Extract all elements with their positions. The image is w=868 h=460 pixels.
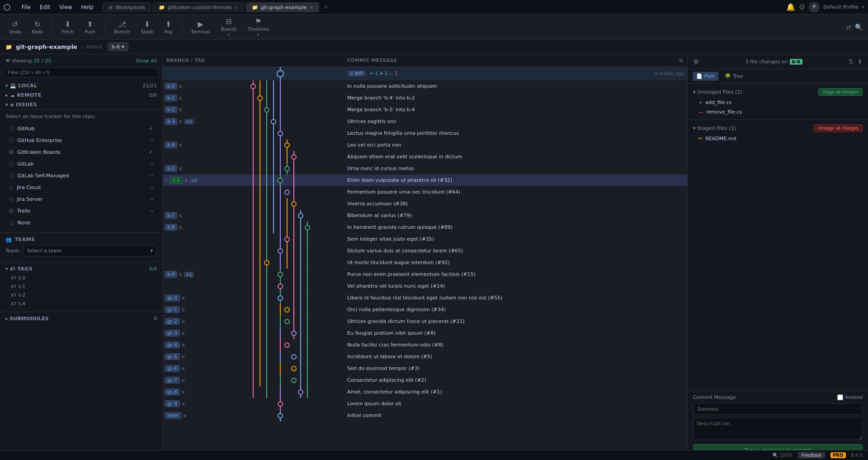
branch-tag[interactable]: b-9 [165, 271, 177, 278]
undo-button[interactable]: ↺ Undo [5, 18, 24, 36]
branch-tag[interactable]: gc-2 [165, 318, 180, 325]
tag-t4[interactable]: 🏷 t-4 [5, 299, 157, 308]
team-select[interactable]: Select a team ▾ [23, 245, 157, 256]
table-row[interactable]: b-4🖥Leo vel orci porta non [163, 139, 687, 151]
branch-tag[interactable]: gc-5 [165, 353, 180, 360]
submodules-section[interactable]: ▸ SUBMODULES 0 [0, 312, 162, 325]
branch-tag[interactable]: b-5 [165, 165, 177, 172]
table-row[interactable]: gc-1🖥Orci nulla pellentesque dignissim (… [163, 304, 687, 316]
branch-tag[interactable]: b-2 [165, 106, 177, 113]
branch-tag[interactable]: b-4 [165, 142, 177, 148]
fetch-button[interactable]: ⬇ Fetch [58, 18, 77, 36]
table-row[interactable]: b-8🖥In hendrerit gravida rutrum quisque … [163, 222, 687, 233]
menu-file[interactable]: File [20, 3, 33, 11]
tracker-github-enterprise[interactable]: ⬡ GitHub Enterprise → [5, 135, 157, 146]
amend-checkbox[interactable]: Amend [837, 394, 863, 400]
file-item-edit[interactable]: ✏ README.md [688, 134, 868, 143]
table-row[interactable]: b-1🖥Merge branch 'b-4' into b-2 [163, 92, 687, 104]
table-row[interactable]: // WIP ✏ 1 + 1 — 1 a month ago [163, 67, 687, 81]
table-row[interactable]: Sem integer vitae justo eget (#35) [163, 233, 687, 245]
staged-label-left[interactable]: ▾ Staged Files (1) [693, 125, 736, 131]
push-button[interactable]: ⬆ Push [81, 18, 99, 36]
table-row[interactable]: gc-2🖥Ultrices gravida dictum fusce ut pl… [163, 316, 687, 327]
table-row[interactable]: Viverra accumsan (#38) [163, 198, 687, 210]
profile-chevron[interactable]: ▾ [862, 5, 864, 9]
tag-t1[interactable]: 🏷 t-1 [5, 282, 157, 291]
table-row[interactable]: Lectus magna fringilla urna porttitor rh… [163, 128, 687, 139]
swap-icon[interactable]: ⇄ [846, 24, 851, 31]
show-all-button[interactable]: Show All [136, 58, 157, 64]
pop-button[interactable]: ⬆ Pop [160, 18, 176, 36]
tab-gitkraken-custom-themes[interactable]: 📁 gitkraken-custom-themes ✕ [153, 2, 244, 12]
tab-tree[interactable]: 🌳 Tree [722, 72, 746, 80]
table-row[interactable]: gc-5🖥Incididunt ut labore et dolore (#5) [163, 351, 687, 363]
table-row[interactable]: b-9🖥+1Purus non enim praesent elementum … [163, 269, 687, 280]
stage-all-button[interactable]: Stage all changes [818, 88, 863, 96]
table-row[interactable]: ✓b-6🖥+1Enim diam vulputate ut pharetra s… [163, 175, 687, 186]
tracker-gitkraken-boards[interactable]: ⊞ GitKraken Boards ✓ [5, 147, 157, 157]
graph-settings-icon[interactable]: ⚙ [679, 57, 684, 64]
commit-summary-input[interactable] [693, 403, 863, 415]
tab-git-graph-example[interactable]: 📁 git-graph-example ✕ [246, 2, 319, 12]
boards-button[interactable]: ⊟ Boards ▾ [217, 15, 241, 39]
table-row[interactable]: b-2🖥Merge branch 'b-5' into b-4 [163, 104, 687, 116]
amend-check[interactable] [837, 394, 843, 400]
table-row[interactable]: Ut morbi tincidunt augue interdum (#92) [163, 257, 687, 269]
table-row[interactable]: b-0🖥In nulla posuere sollicitudin aliqua… [163, 81, 687, 92]
tag-t0[interactable]: 🏷 t-0 [5, 274, 157, 282]
tracker-trello[interactable]: ⊟ Trello → [5, 205, 157, 216]
delete-icon[interactable]: 🗑 [693, 58, 699, 65]
table-row[interactable]: Vel pharetra vel turpis nunc eget (#14) [163, 280, 687, 292]
branch-tag[interactable]: gc-6 [165, 365, 180, 372]
menu-edit[interactable]: Edit [38, 3, 52, 11]
stash-button[interactable]: ⬇ Stash [137, 18, 157, 36]
menu-view[interactable]: View [57, 3, 74, 11]
table-row[interactable]: gc-7🖥Consectetur adipiscing elit (#2) [163, 375, 687, 386]
sort-icon[interactable]: ⇅ [849, 58, 854, 65]
branch-tag[interactable]: b-6 [170, 177, 182, 184]
tracker-github[interactable]: ⬡ GitHub ✓ [5, 123, 157, 134]
table-row[interactable]: gc-0🖥Libero id faucibus nisl tincidunt e… [163, 292, 687, 304]
tab-custom-themes-close[interactable]: ✕ [234, 5, 238, 10]
table-row[interactable]: b-3🖥+2Ultrices sagittis orci [163, 116, 687, 128]
table-row[interactable]: gc-9🖥Lorem ipsum dolor sit [163, 398, 687, 410]
tracker-none[interactable]: ○ None [5, 217, 157, 228]
redo-button[interactable]: ↻ Redo [28, 18, 47, 36]
feedback-button[interactable]: Feedback [798, 452, 825, 459]
timelines-button[interactable]: ⚑ Timelines ▾ [244, 15, 273, 39]
table-row[interactable]: gc-6🖥Sed do eiusmod tempor (#3) [163, 363, 687, 375]
search-toolbar-icon[interactable]: 🔍 [855, 24, 863, 31]
branch-tag[interactable]: b-8 [165, 224, 177, 231]
branch-button[interactable]: ⎇ Branch [110, 18, 133, 36]
branch-tag[interactable]: gc-7 [165, 377, 180, 384]
tracker-gitlab-self[interactable]: ⬡ GitLab Self-Managed → [5, 170, 157, 181]
terminal-button[interactable]: ▶ Terminal [188, 18, 214, 36]
filter-input[interactable] [4, 67, 159, 77]
table-row[interactable]: Aliquam etiam erat velit scelerisque in … [163, 151, 687, 163]
profile-avatar[interactable]: P [809, 2, 820, 13]
table-row[interactable]: b-5🖥Urna nunc id cursus metus [163, 163, 687, 175]
tab-git-graph-close[interactable]: ✕ [310, 5, 313, 10]
menu-help[interactable]: Help [80, 3, 95, 11]
settings-icon[interactable]: ⚙ [799, 3, 805, 11]
commit-description-input[interactable] [693, 417, 863, 440]
branch-selector[interactable]: b-6 ▾ [108, 43, 128, 51]
tags-header[interactable]: ▾ 🏷 TAGS 4/4 [5, 266, 157, 272]
sidebar-remote-section[interactable]: ▸ ☁ REMOTE 0/0 [0, 90, 162, 100]
file-item-add[interactable]: + add_file.cs [688, 98, 868, 107]
repo-name[interactable]: git-graph-example [16, 43, 77, 50]
download-icon[interactable]: ⬇ [857, 58, 863, 65]
file-item-remove[interactable]: — remove_file.cs [688, 107, 868, 117]
sidebar-issues-section[interactable]: ▾ ◈ ISSUES [0, 100, 162, 109]
tab-workspaces[interactable]: ⊟ Workspaces [103, 2, 151, 12]
branch-tag[interactable]: gc-3 [165, 330, 180, 337]
branch-tag[interactable]: b-3 [165, 118, 177, 125]
table-row[interactable]: Fermentum posuere urna nec tincidunt (#6… [163, 186, 687, 198]
tracker-jira-server[interactable]: ◇ Jira Server → [5, 194, 157, 204]
tab-path[interactable]: 📄 Path [693, 72, 718, 81]
notifications-icon[interactable]: 🔔 [786, 3, 795, 11]
branch-tag[interactable]: gc-8 [165, 389, 180, 395]
table-row[interactable]: b-7🖥Bibendum at varius (#79) [163, 210, 687, 222]
branch-tag[interactable]: gc-1 [165, 306, 180, 313]
branch-tag[interactable]: gc-0 [165, 294, 180, 301]
